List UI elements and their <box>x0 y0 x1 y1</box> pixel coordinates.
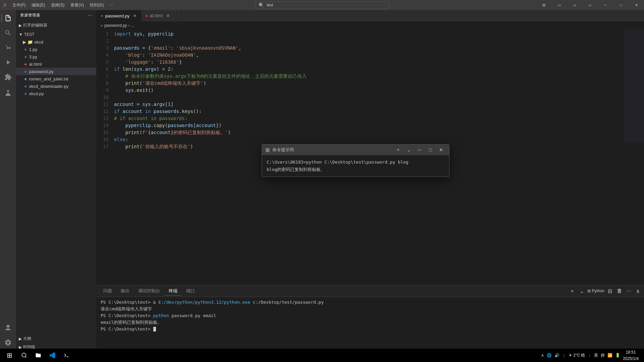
tray-network[interactable]: 🌐 <box>547 353 552 358</box>
tray-wifi[interactable]: 📶 <box>607 353 612 358</box>
terminal-delete-button[interactable]: 🗑 <box>615 287 624 295</box>
tray-expand[interactable]: ∧ <box>541 353 544 358</box>
tab-passwordpy[interactable]: ● password.py ✕ <box>97 10 141 21</box>
sidebar-more-button[interactable]: ··· <box>88 13 92 17</box>
tab-close-alhtml[interactable]: ✕ <box>166 13 170 18</box>
tab-close-passwordpy[interactable]: ✕ <box>133 13 137 18</box>
terminal-split-button[interactable]: ⊟ <box>606 287 613 295</box>
floating-terminal-maximize-button[interactable]: □ <box>426 145 435 155</box>
floating-terminal-icon: ⊞ <box>265 147 270 153</box>
floating-terminal-minimize-button[interactable]: ─ <box>415 145 424 155</box>
sidebar-item-3py[interactable]: ● 3.py <box>16 53 96 60</box>
tray-datetime[interactable]: 18:51 2025/1/4 <box>623 350 639 361</box>
tray-input2[interactable]: 拼 <box>601 353 605 358</box>
taskbar-fileexplorer-button[interactable] <box>32 349 45 362</box>
split-terminal-button[interactable]: ⌄ <box>578 287 585 295</box>
close-button[interactable]: ✕ <box>629 0 644 10</box>
test-section: ▼ TEST ▶ 📁 xkcd ● 1.py ● 3.py ● al.html … <box>16 30 96 98</box>
open-editors-label: 打开的编辑器 <box>23 22 47 28</box>
taskbar-vscode-button[interactable] <box>46 349 59 362</box>
menu-goto[interactable]: 转到(G) <box>87 2 106 9</box>
tray-sound[interactable]: 🔊 <box>554 353 559 358</box>
open-editors-header[interactable]: ▶ 打开的编辑器 <box>16 21 96 29</box>
breadcrumb-file[interactable]: password.py <box>104 23 127 28</box>
txt-file-icon: ● <box>24 76 27 81</box>
layout-icon1[interactable]: ⊞ <box>536 0 551 10</box>
floating-terminal: ⊞ 命令提示符 ＋ ⌄ ─ □ ✕ C:\Users\86183>python … <box>262 144 449 177</box>
terminal-line-1: PS C:\Desktop\test> & E:/dev/python/pyth… <box>101 299 640 306</box>
sidebar-item-3py-label: 3.py <box>29 54 37 59</box>
layout-icon4[interactable]: ▱ <box>582 0 598 10</box>
sidebar-item-passwordpy[interactable]: ● password.py <box>16 68 96 75</box>
sidebar-item-1py-label: 1.py <box>29 47 37 52</box>
tab-alhtml[interactable]: ● al.html ✕ <box>141 10 181 21</box>
activity-test[interactable] <box>1 86 15 100</box>
sidebar-item-xkcdpy[interactable]: ● xkcd.py <box>16 90 96 97</box>
layout-icon2[interactable]: ▭ <box>551 0 567 10</box>
tray-battery[interactable]: 🔋 <box>615 353 620 358</box>
py-file-icon: ● <box>24 91 27 96</box>
taskbar-search-button[interactable] <box>17 349 31 362</box>
activity-search[interactable] <box>1 26 15 40</box>
sidebar-item-romeo[interactable]: ● romeo_and_juliet.txt <box>16 75 96 82</box>
panel-tab-problems[interactable]: 问题 <box>99 287 116 295</box>
window-controls: ⊞ ▭ ▭ ▱ ─ □ ✕ <box>536 0 644 10</box>
menu-file[interactable]: 文件(F) <box>10 2 28 9</box>
taskbar-terminal-button[interactable] <box>60 349 73 362</box>
activity-run[interactable] <box>1 56 15 69</box>
menu-edit[interactable]: 编辑(E) <box>29 2 48 9</box>
panel-tab-debug[interactable]: 调试控制台 <box>134 287 164 295</box>
test-folder-header[interactable]: ▼ TEST <box>16 31 96 38</box>
maximize-button[interactable]: □ <box>613 0 629 10</box>
layout-icon3[interactable]: ▭ <box>567 0 582 10</box>
outline-header[interactable]: ▶ 大纲 <box>16 335 96 343</box>
tab-py-icon: ● <box>101 13 103 18</box>
breadcrumb-sep: › <box>128 23 130 28</box>
search-bar[interactable]: 🔍 <box>255 1 389 9</box>
menu-view[interactable]: 查看(V) <box>68 2 87 9</box>
floating-terminal-line2: blog的密码已复制到剪贴板。 <box>267 166 444 173</box>
minimize-button[interactable]: ─ <box>598 0 613 10</box>
menu-select[interactable]: 选择(S) <box>48 2 67 9</box>
sidebar-folder-xkcd[interactable]: ▶ 📁 xkcd <box>16 38 96 46</box>
activity-extensions[interactable] <box>1 70 15 84</box>
search-input[interactable] <box>267 3 367 7</box>
chevron-right-icon: ▶ <box>19 23 22 28</box>
add-terminal-button[interactable]: ＋ <box>568 287 576 295</box>
panel-tab-ports[interactable]: 端口 <box>182 287 199 295</box>
panel-tab-output[interactable]: 输出 <box>117 287 133 295</box>
panel-tabs: 问题 输出 调试控制台 终端 端口 ＋ ⌄ ⊞ Python ⊟ 🗑 ··· ∧ <box>97 285 644 297</box>
tray-input1[interactable]: 英 <box>594 353 598 358</box>
floating-terminal-chevron-button[interactable]: ⌄ <box>404 145 414 155</box>
panel-tab-terminal[interactable]: 终端 <box>165 287 181 296</box>
sidebar-item-1py[interactable]: ● 1.py <box>16 46 96 53</box>
terminal-content[interactable]: PS C:\Desktop\test> & E:/dev/python/pyth… <box>97 297 644 352</box>
panel-more-button[interactable]: ··· <box>626 287 633 295</box>
floating-terminal-new-button[interactable]: ＋ <box>393 145 403 155</box>
main-area: 资源管理器 ··· ▶ 打开的编辑器 ▼ TEST ▶ 📁 xkcd ● 1.p… <box>0 10 644 352</box>
terminal-line-4: email的密码已复制到剪贴板。 <box>101 319 640 326</box>
sidebar-item-romeo-label: romeo_and_juliet.txt <box>29 76 68 81</box>
activity-explorer[interactable] <box>1 11 15 25</box>
sidebar-item-xkcddownloader[interactable]: ● xkcd_downloader.py <box>16 82 96 90</box>
activity-settings[interactable] <box>1 336 15 349</box>
activity-bottom-icons <box>1 321 15 349</box>
breadcrumb-rest[interactable]: ... <box>131 23 135 28</box>
panel-close-button[interactable]: ∧ <box>635 287 641 295</box>
terminal-type-label: ⊞ Python <box>587 289 604 293</box>
breadcrumb-file-icon: ● <box>101 23 103 28</box>
tray-weather[interactable]: ☀ 2°C 晴 <box>569 353 585 358</box>
floating-terminal-buttons: ＋ ⌄ ─ □ ✕ <box>393 145 446 155</box>
tab-alhtml-label: al.html <box>150 13 162 18</box>
menu-more[interactable]: ··· <box>107 2 116 9</box>
chevron-down-icon: ▼ <box>19 32 23 37</box>
html-file-icon: ● <box>24 61 27 67</box>
floating-terminal-close-button[interactable]: ✕ <box>436 145 446 155</box>
floating-terminal-body: C:\Users\86183>python C:\Desktop\test\pa… <box>262 155 449 177</box>
floating-terminal-title: 命令提示符 <box>272 147 391 153</box>
start-button[interactable]: ⊞ <box>3 349 16 362</box>
tab-html-icon: ● <box>145 13 148 18</box>
activity-source-control[interactable] <box>1 41 15 54</box>
sidebar-item-alhtml[interactable]: ● al.html <box>16 60 96 68</box>
activity-account[interactable] <box>1 321 15 335</box>
